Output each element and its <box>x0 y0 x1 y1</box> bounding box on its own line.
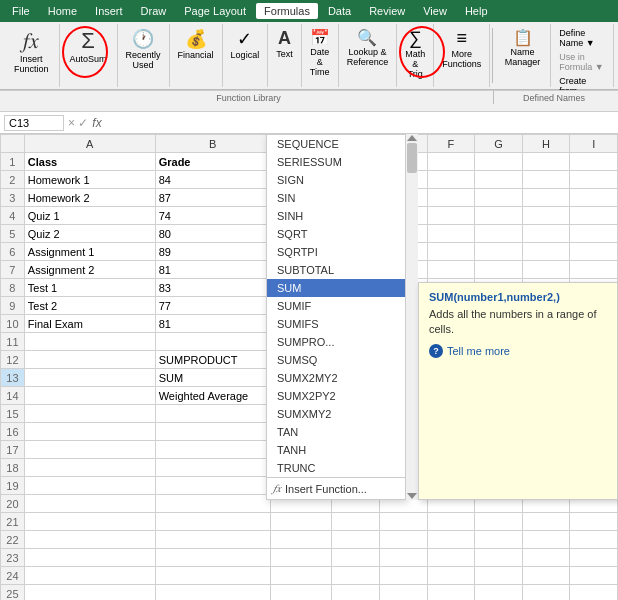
cell-b18[interactable] <box>155 459 270 477</box>
cell-a20[interactable] <box>24 495 155 513</box>
cell-b7[interactable]: 81 <box>155 261 270 279</box>
function-item-sequence[interactable]: SEQUENCE <box>267 135 405 153</box>
function-item-sign[interactable]: SIGN <box>267 171 405 189</box>
menu-help[interactable]: Help <box>457 3 496 19</box>
cell-c25[interactable] <box>270 585 332 601</box>
function-item-sin[interactable]: SIN <box>267 189 405 207</box>
cell-f24[interactable] <box>427 567 475 585</box>
cell-h22[interactable] <box>522 531 570 549</box>
datetime-btn[interactable]: 📅 Date &Time <box>306 26 334 79</box>
cell-c21[interactable] <box>270 513 332 531</box>
cell-a14[interactable] <box>24 387 155 405</box>
col-header-b[interactable]: B <box>155 135 270 153</box>
function-item-trunc[interactable]: TRUNC <box>267 459 405 477</box>
menu-review[interactable]: Review <box>361 3 413 19</box>
cell-b14[interactable]: Weighted Average <box>155 387 270 405</box>
scroll-thumb[interactable] <box>407 143 417 173</box>
function-item-sumx2my2[interactable]: SUMX2MY2 <box>267 369 405 387</box>
recently-used-btn[interactable]: 🕐 RecentlyUsed <box>122 26 165 72</box>
cell-a13[interactable] <box>24 369 155 387</box>
cell-e23[interactable] <box>379 549 427 567</box>
cell-a21[interactable] <box>24 513 155 531</box>
insert-function-btn[interactable]: 𝑓𝑥 InsertFunction <box>8 26 55 76</box>
cell-b3[interactable]: 87 <box>155 189 270 207</box>
cell-a3[interactable]: Homework 2 <box>24 189 155 207</box>
cell-f22[interactable] <box>427 531 475 549</box>
cell-g22[interactable] <box>475 531 523 549</box>
cell-b4[interactable]: 74 <box>155 207 270 225</box>
cell-a22[interactable] <box>24 531 155 549</box>
formula-input[interactable] <box>106 116 614 130</box>
tell-me-more-link[interactable]: ? Tell me more <box>429 344 607 358</box>
cell-g23[interactable] <box>475 549 523 567</box>
function-item-sum[interactable]: SUM <box>267 279 405 297</box>
use-in-formula-btn[interactable]: Use in Formula ▼ <box>555 50 609 74</box>
cell-b15[interactable] <box>155 405 270 423</box>
function-item-sumsq[interactable]: SUMSQ <box>267 351 405 369</box>
menu-insert[interactable]: Insert <box>87 3 131 19</box>
scroll-down-arrow[interactable] <box>407 493 417 499</box>
cell-f21[interactable] <box>427 513 475 531</box>
cell-e25[interactable] <box>379 585 427 601</box>
cell-h24[interactable] <box>522 567 570 585</box>
menu-draw[interactable]: Draw <box>133 3 175 19</box>
function-item-sqrt[interactable]: SQRT <box>267 225 405 243</box>
cell-g24[interactable] <box>475 567 523 585</box>
cell-e24[interactable] <box>379 567 427 585</box>
function-item-tanh[interactable]: TANH <box>267 441 405 459</box>
cell-a15[interactable] <box>24 405 155 423</box>
cell-i23[interactable] <box>570 549 618 567</box>
cell-a9[interactable]: Test 2 <box>24 297 155 315</box>
cell-c22[interactable] <box>270 531 332 549</box>
cell-a23[interactable] <box>24 549 155 567</box>
cell-a19[interactable] <box>24 477 155 495</box>
cell-a18[interactable] <box>24 459 155 477</box>
menu-pagelayout[interactable]: Page Layout <box>176 3 254 19</box>
cell-a7[interactable]: Assignment 2 <box>24 261 155 279</box>
cell-a16[interactable] <box>24 423 155 441</box>
cell-g21[interactable] <box>475 513 523 531</box>
cell-b11[interactable] <box>155 333 270 351</box>
function-item-sumx2py2[interactable]: SUMX2PY2 <box>267 387 405 405</box>
cell-b10[interactable]: 81 <box>155 315 270 333</box>
define-name-btn[interactable]: Define Name ▼ <box>555 26 609 50</box>
financial-btn[interactable]: 💰 Financial <box>174 26 218 62</box>
cell-d25[interactable] <box>332 585 380 601</box>
menu-formulas[interactable]: Formulas <box>256 3 318 19</box>
cell-a8[interactable]: Test 1 <box>24 279 155 297</box>
col-header-a[interactable]: A <box>24 135 155 153</box>
autosum-btn[interactable]: Σ AutoSum <box>64 26 113 66</box>
cell-a10[interactable]: Final Exam <box>24 315 155 333</box>
cell-b8[interactable]: 83 <box>155 279 270 297</box>
function-item-sinh[interactable]: SINH <box>267 207 405 225</box>
text-btn[interactable]: A Text <box>272 26 297 61</box>
menu-file[interactable]: File <box>4 3 38 19</box>
cell-b22[interactable] <box>155 531 270 549</box>
function-item-tan[interactable]: TAN <box>267 423 405 441</box>
menu-data[interactable]: Data <box>320 3 359 19</box>
cell-h23[interactable] <box>522 549 570 567</box>
cell-a6[interactable]: Assignment 1 <box>24 243 155 261</box>
cell-a1[interactable]: Class <box>24 153 155 171</box>
cell-d22[interactable] <box>332 531 380 549</box>
cell-a12[interactable] <box>24 351 155 369</box>
cell-b17[interactable] <box>155 441 270 459</box>
function-item-sumif[interactable]: SUMIF <box>267 297 405 315</box>
lookup-btn[interactable]: 🔍 Lookup &Reference <box>343 26 393 69</box>
cell-c23[interactable] <box>270 549 332 567</box>
cell-e22[interactable] <box>379 531 427 549</box>
cell-a24[interactable] <box>24 567 155 585</box>
insert-function-row[interactable]: 𝑓𝑥 Insert Function... <box>267 477 405 499</box>
cell-a2[interactable]: Homework 1 <box>24 171 155 189</box>
cell-i21[interactable] <box>570 513 618 531</box>
cell-a25[interactable] <box>24 585 155 601</box>
name-manager-btn[interactable]: 📋 NameManager <box>499 26 547 69</box>
cell-b13[interactable]: SUM <box>155 369 270 387</box>
cell-b9[interactable]: 77 <box>155 297 270 315</box>
name-box[interactable] <box>4 115 64 131</box>
function-item-subtotal[interactable]: SUBTOTAL <box>267 261 405 279</box>
cell-f23[interactable] <box>427 549 475 567</box>
cell-g25[interactable] <box>475 585 523 601</box>
menu-home[interactable]: Home <box>40 3 85 19</box>
cell-b19[interactable] <box>155 477 270 495</box>
